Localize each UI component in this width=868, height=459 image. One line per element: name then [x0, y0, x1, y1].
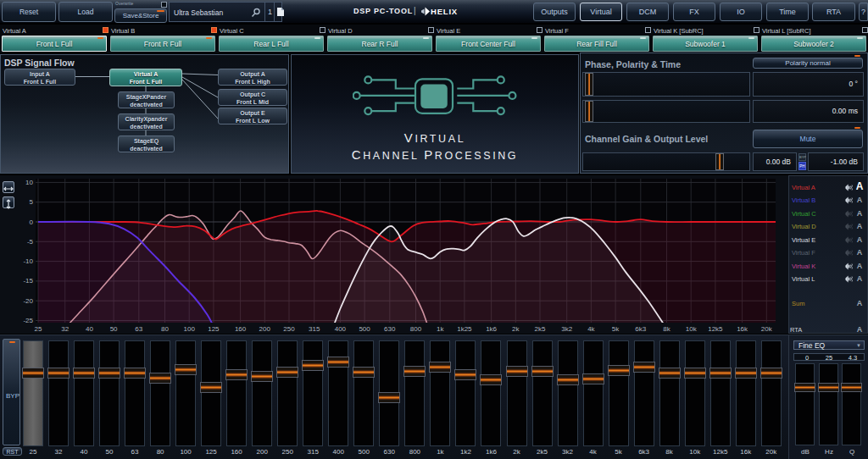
- svg-text:-20: -20: [23, 297, 33, 305]
- svg-text:1k: 1k: [437, 325, 444, 333]
- svg-text:200: 200: [259, 325, 271, 333]
- svg-text:6k3: 6k3: [635, 325, 646, 333]
- svg-text:12k5: 12k5: [708, 325, 723, 333]
- svg-text:20k: 20k: [761, 325, 773, 333]
- svg-text:-5: -5: [27, 238, 34, 246]
- svg-text:10k: 10k: [686, 325, 698, 333]
- svg-text:630: 630: [384, 325, 396, 333]
- svg-text:-15: -15: [23, 277, 33, 285]
- svg-text:3k2: 3k2: [561, 325, 572, 333]
- svg-text:50: 50: [110, 325, 118, 333]
- svg-text:800: 800: [410, 325, 422, 333]
- svg-text:63: 63: [135, 325, 142, 333]
- svg-text:5: 5: [30, 198, 34, 206]
- svg-text:8k: 8k: [663, 325, 670, 333]
- svg-text:100: 100: [184, 325, 196, 333]
- svg-text:160: 160: [235, 325, 247, 333]
- svg-text:400: 400: [335, 325, 347, 333]
- svg-text:-10: -10: [23, 257, 33, 265]
- svg-text:2k5: 2k5: [535, 325, 546, 333]
- svg-text:315: 315: [309, 325, 320, 333]
- svg-text:-25: -25: [23, 317, 33, 324]
- svg-text:5k: 5k: [612, 325, 620, 333]
- svg-text:32: 32: [61, 325, 69, 333]
- svg-text:2k: 2k: [512, 325, 520, 333]
- svg-text:40: 40: [86, 325, 93, 333]
- svg-text:250: 250: [283, 325, 295, 333]
- svg-text:HELIX: HELIX: [431, 7, 458, 16]
- svg-text:0: 0: [30, 218, 34, 226]
- svg-text:125: 125: [208, 325, 220, 333]
- svg-text:4k: 4k: [587, 325, 595, 333]
- svg-text:1k25: 1k25: [457, 325, 472, 333]
- svg-text:1k6: 1k6: [486, 325, 497, 333]
- svg-text:16k: 16k: [737, 325, 748, 333]
- svg-text:25: 25: [35, 325, 42, 333]
- svg-text:80: 80: [161, 325, 169, 333]
- svg-text:10: 10: [25, 179, 33, 186]
- svg-text:500: 500: [359, 325, 370, 333]
